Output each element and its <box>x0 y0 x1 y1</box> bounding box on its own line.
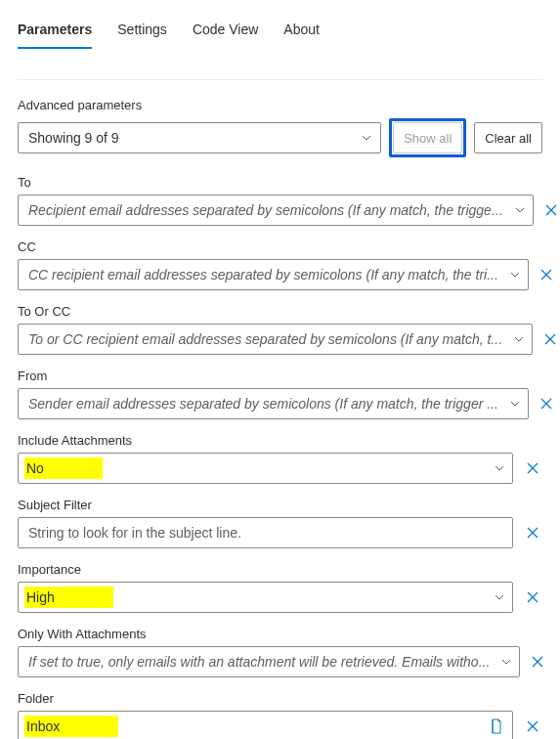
show-all-button[interactable]: Show all <box>393 122 462 153</box>
remove-only-with-attachments-button[interactable] <box>530 652 545 672</box>
to-or-cc-label: To Or CC <box>18 304 542 319</box>
to-or-cc-placeholder: To or CC recipient email addresses separ… <box>18 324 533 355</box>
tab-settings[interactable]: Settings <box>117 16 167 49</box>
chevron-down-icon <box>509 269 521 281</box>
importance-value: High <box>24 587 113 608</box>
tab-about[interactable]: About <box>283 16 320 49</box>
close-icon <box>525 718 540 734</box>
advanced-showing-text: Showing 9 of 9 <box>28 130 119 146</box>
close-icon <box>538 267 554 283</box>
only-with-attachments-label: Only With Attachments <box>18 627 542 641</box>
remove-to-button[interactable] <box>543 200 559 220</box>
chevron-down-icon <box>509 398 521 410</box>
folder-picker-icon[interactable] <box>490 718 503 734</box>
subject-filter-label: Subject Filter <box>18 498 542 512</box>
show-all-highlight: Show all <box>389 118 466 157</box>
to-placeholder: Recipient email addresses separated by s… <box>18 195 534 226</box>
close-icon <box>542 331 558 347</box>
chevron-down-icon <box>513 333 525 345</box>
cc-input[interactable]: CC recipient email addresses separated b… <box>18 259 529 290</box>
include-attachments-select[interactable]: No <box>18 453 513 484</box>
tab-parameters[interactable]: Parameters <box>18 16 92 49</box>
importance-label: Importance <box>18 562 542 577</box>
remove-from-button[interactable] <box>538 394 554 413</box>
remove-folder-button[interactable] <box>523 717 542 736</box>
only-with-attachments-placeholder: If set to true, only emails with an atta… <box>18 646 520 677</box>
include-attachments-value: No <box>24 457 103 479</box>
from-label: From <box>18 369 542 383</box>
advanced-parameters-label: Advanced parameters <box>18 98 542 112</box>
close-icon <box>525 589 540 605</box>
to-or-cc-input[interactable]: To or CC recipient email addresses separ… <box>18 324 533 355</box>
subject-filter-placeholder: String to look for in the subject line. <box>18 517 513 548</box>
remove-to-or-cc-button[interactable] <box>542 329 558 349</box>
close-icon <box>538 396 554 412</box>
close-icon <box>525 525 540 541</box>
close-icon <box>525 460 540 476</box>
only-with-attachments-select[interactable]: If set to true, only emails with an atta… <box>18 646 520 677</box>
from-placeholder: Sender email addresses separated by semi… <box>18 388 529 419</box>
include-attachments-label: Include Attachments <box>18 433 542 448</box>
folder-input[interactable]: Inbox <box>18 711 513 739</box>
advanced-parameters-select[interactable]: Showing 9 of 9 <box>18 122 381 153</box>
folder-value: Inbox <box>24 716 118 737</box>
chevron-down-icon <box>514 204 526 216</box>
advanced-parameters-row: Showing 9 of 9 Show all Clear all <box>18 118 542 157</box>
tabs-bar: Parameters Settings Code View About <box>18 16 542 50</box>
clear-all-button[interactable]: Clear all <box>474 122 542 153</box>
close-icon <box>530 654 545 670</box>
chevron-down-icon <box>361 132 372 144</box>
remove-cc-button[interactable] <box>538 265 554 284</box>
to-label: To <box>18 175 542 190</box>
chevron-down-icon <box>500 656 512 668</box>
cc-placeholder: CC recipient email addresses separated b… <box>18 259 529 290</box>
cc-label: CC <box>18 239 542 254</box>
tab-code-view[interactable]: Code View <box>193 16 258 49</box>
importance-select[interactable]: High <box>18 582 513 613</box>
folder-label: Folder <box>18 691 542 706</box>
from-input[interactable]: Sender email addresses separated by semi… <box>18 388 529 419</box>
chevron-down-icon <box>494 591 505 603</box>
subject-filter-input[interactable]: String to look for in the subject line. <box>18 517 513 548</box>
remove-include-attachments-button[interactable] <box>523 458 542 478</box>
chevron-down-icon <box>494 462 505 474</box>
remove-subject-filter-button[interactable] <box>523 523 542 543</box>
to-input[interactable]: Recipient email addresses separated by s… <box>18 195 534 226</box>
divider <box>18 79 542 80</box>
remove-importance-button[interactable] <box>523 587 542 607</box>
close-icon <box>543 202 559 218</box>
